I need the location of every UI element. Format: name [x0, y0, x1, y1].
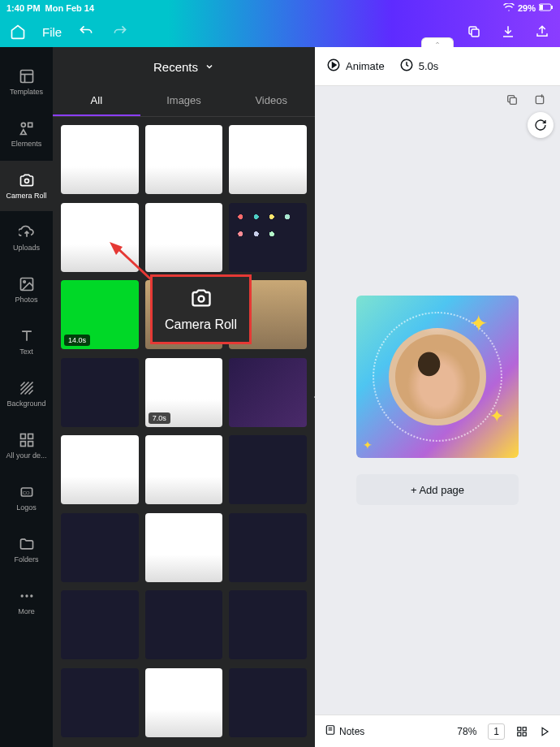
svg-point-25 [25, 594, 28, 597]
sidebar-item-photos[interactable]: Photos [0, 265, 53, 315]
left-sidebar: TemplatesElementsCamera RollUploadsPhoto… [0, 47, 53, 747]
media-thumbnail[interactable] [145, 668, 223, 737]
sidebar-item-templates[interactable]: Templates [0, 57, 53, 107]
duration-button[interactable]: 5.0s [399, 58, 439, 75]
grid-view-button[interactable] [516, 726, 528, 737]
canvas-area: Animate 5.0s [315, 47, 560, 747]
uploads-icon [19, 224, 35, 240]
elements-icon [19, 120, 35, 136]
media-thumbnail[interactable] [145, 435, 223, 504]
media-thumbnail[interactable] [61, 513, 139, 582]
media-thumbnail[interactable] [61, 590, 139, 659]
page-count[interactable]: 1 [488, 723, 505, 740]
media-thumbnail[interactable]: 7.0s [145, 358, 223, 427]
canvas-toolbar: Animate 5.0s [315, 47, 560, 86]
sidebar-item-label: More [18, 607, 35, 615]
media-thumbnail[interactable] [229, 125, 307, 194]
media-thumbnail[interactable] [61, 435, 139, 504]
svg-line-17 [28, 391, 32, 395]
notes-label: Notes [339, 726, 364, 737]
svg-text:CO.: CO. [22, 490, 31, 495]
file-menu[interactable]: File [42, 25, 62, 39]
animate-label: Animate [346, 60, 385, 72]
sidebar-item-label: Text [19, 348, 33, 356]
svg-rect-8 [28, 123, 32, 127]
media-thumbnail[interactable] [145, 203, 223, 272]
expand-timeline-handle[interactable] [421, 37, 454, 47]
sidebar-item-designs[interactable]: All your de... [0, 421, 53, 471]
media-thumbnail[interactable] [145, 590, 223, 659]
status-time: 1:40 PM [6, 3, 41, 13]
tab-images[interactable]: Images [140, 86, 228, 116]
media-panel: Recents AllImagesVideos 14.0s7.0s Camera… [53, 47, 315, 747]
svg-point-26 [30, 594, 32, 597]
download-button[interactable] [498, 22, 518, 41]
svg-rect-21 [28, 442, 32, 447]
notes-button[interactable]: Notes [325, 724, 364, 738]
duplicate-page-button[interactable] [503, 91, 521, 109]
design-canvas[interactable]: ✦ ✦ ✦ [356, 296, 519, 458]
media-thumbnail[interactable] [229, 358, 307, 427]
battery-icon [539, 3, 554, 13]
svg-line-13 [20, 382, 24, 386]
svg-rect-1 [540, 5, 543, 10]
tutorial-callout: Camera Roll [150, 274, 252, 344]
refresh-button[interactable] [528, 112, 554, 138]
animate-button[interactable]: Animate [326, 58, 385, 75]
sidebar-item-logos[interactable]: CO.Logos [0, 473, 53, 523]
media-thumbnail[interactable] [229, 590, 307, 659]
sidebar-item-text[interactable]: Text [0, 317, 53, 367]
sidebar-item-label: Photos [15, 296, 37, 304]
copy-button[interactable] [464, 22, 484, 41]
sidebar-item-label: Background [6, 399, 45, 408]
sidebar-item-elements[interactable]: Elements [0, 109, 53, 159]
zoom-level[interactable]: 78% [457, 726, 476, 737]
sidebar-item-label: Uploads [13, 244, 40, 252]
new-page-button[interactable] [531, 91, 549, 109]
svg-point-24 [20, 594, 23, 597]
sidebar-item-folders[interactable]: Folders [0, 525, 53, 575]
share-button[interactable] [532, 22, 552, 41]
tab-videos[interactable]: Videos [227, 86, 315, 116]
media-thumbnail[interactable] [229, 513, 307, 582]
sidebar-item-label: Templates [10, 88, 43, 96]
panel-header-dropdown[interactable]: Recents [53, 47, 315, 86]
media-thumbnail[interactable] [145, 125, 223, 194]
duration-label: 5.0s [419, 60, 439, 72]
designs-icon [19, 432, 35, 448]
chevron-down-icon [205, 60, 214, 74]
sidebar-item-more[interactable]: More [0, 576, 53, 627]
folders-icon [19, 536, 35, 552]
media-thumbnail[interactable]: 14.0s [61, 280, 139, 349]
media-thumbnail[interactable] [61, 668, 139, 737]
notes-icon [325, 724, 336, 738]
undo-button[interactable] [76, 22, 96, 41]
svg-rect-39 [518, 732, 521, 736]
media-thumbnail[interactable] [229, 668, 307, 737]
bottom-bar: Notes 78% 1 [315, 715, 560, 747]
camera-icon [19, 172, 35, 188]
svg-marker-29 [110, 242, 123, 255]
media-thumbnail[interactable] [145, 513, 223, 582]
media-thumbnail[interactable] [61, 358, 139, 427]
media-thumbnail[interactable] [61, 125, 139, 194]
sidebar-item-uploads[interactable]: Uploads [0, 213, 53, 263]
duration-badge: 14.0s [64, 335, 90, 346]
svg-point-7 [21, 123, 25, 127]
media-thumbnail[interactable] [229, 203, 307, 272]
logos-icon: CO. [19, 484, 35, 500]
tab-all[interactable]: All [53, 86, 140, 116]
redo-button[interactable] [110, 22, 130, 41]
add-page-button[interactable]: + Add page [356, 474, 519, 505]
media-grid: 14.0s7.0s [53, 117, 315, 747]
sidebar-item-label: Logos [16, 503, 37, 512]
home-button[interactable] [8, 22, 28, 41]
more-icon [19, 588, 35, 604]
sidebar-item-label: Folders [14, 555, 38, 563]
sidebar-item-background[interactable]: Background [0, 369, 53, 419]
media-thumbnail[interactable] [229, 435, 307, 504]
sidebar-item-camera[interactable]: Camera Roll [0, 161, 53, 211]
canvas-content: ✦ ✦ ✦ + Add page [315, 86, 560, 715]
present-button[interactable] [539, 726, 550, 737]
status-bar: 1:40 PM Mon Feb 14 29% [0, 0, 560, 16]
